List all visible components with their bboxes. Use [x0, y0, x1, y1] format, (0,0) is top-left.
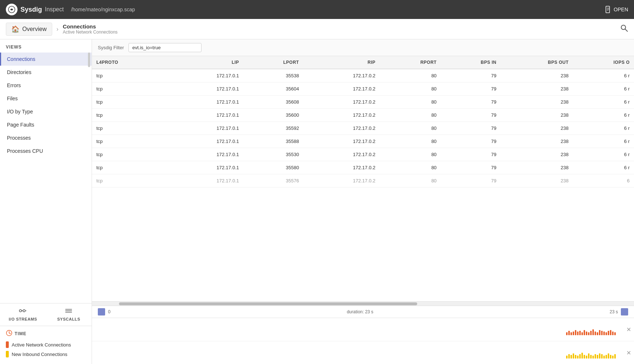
- cell-lport: 35600: [243, 109, 303, 122]
- cell-iops: 6 r: [573, 82, 634, 96]
- io-streams-button[interactable]: I/O STREAMS: [0, 303, 46, 326]
- table-row[interactable]: tcp 172.17.0.1 35592 172.17.0.2 80 79 23…: [92, 122, 634, 135]
- cell-rport: 80: [380, 148, 441, 161]
- svg-point-7: [19, 310, 22, 312]
- cell-proto: tcp: [92, 82, 167, 96]
- main-layout: VIEWS Connections Directories Errors Fil…: [0, 39, 634, 364]
- timeline-bar: [612, 356, 614, 359]
- time-icon: [6, 330, 12, 338]
- cell-bps-out: 238: [501, 135, 573, 148]
- timeline-bar: [579, 331, 581, 335]
- timeline-bar: [597, 332, 598, 335]
- new-inbound-dot: [6, 351, 9, 357]
- sidebar-time: TIME Active Network Connections New Inbo…: [0, 326, 92, 364]
- timeline-bar: [577, 356, 579, 359]
- timeline-bar: [570, 355, 572, 359]
- cell-rport: 80: [380, 135, 441, 148]
- timeline-bar: [606, 332, 607, 335]
- cell-proto: tcp: [92, 69, 167, 82]
- cell-bps-out: 238: [501, 109, 573, 122]
- col-rip: RIP: [303, 56, 380, 69]
- sidebar-item-processes[interactable]: Processes: [0, 131, 92, 144]
- table-row[interactable]: tcp 172.17.0.1 35580 172.17.0.2 80 79 23…: [92, 161, 634, 174]
- sidebar-bottom: I/O STREAMS SYSCALLS: [0, 303, 92, 326]
- table-row[interactable]: tcp 172.17.0.1 35588 172.17.0.2 80 79 23…: [92, 135, 634, 148]
- filter-label: Sysdig Filter: [98, 45, 124, 50]
- timeline-bar: [601, 354, 603, 359]
- overview-button[interactable]: 🏠 Overview: [6, 23, 52, 36]
- timeline-bar: [603, 356, 605, 359]
- timeline-bar: [568, 331, 570, 335]
- filter-bar: Sysdig Filter: [92, 39, 634, 56]
- time-label: TIME: [15, 331, 27, 336]
- sidebar-item-page-faults[interactable]: Page Faults: [0, 118, 92, 131]
- new-inbound-label: New Inbound Connections: [12, 352, 68, 357]
- file-path: /home/mateo/nginxcap.scap: [71, 7, 135, 12]
- cell-bps-out: 238: [501, 69, 573, 82]
- cell-proto: tcp: [92, 174, 167, 187]
- cell-bps-in: 79: [441, 109, 501, 122]
- timeline-bar: [592, 356, 594, 359]
- timeline-bar: [584, 355, 585, 359]
- cell-rip: 172.17.0.2: [303, 135, 380, 148]
- table-row[interactable]: tcp 172.17.0.1 35538 172.17.0.2 80 79 23…: [92, 69, 634, 82]
- timeline-bar: [610, 355, 611, 359]
- cell-bps-in: 79: [441, 148, 501, 161]
- ruler-handle-left[interactable]: [98, 308, 105, 315]
- timeline-bar: [590, 331, 592, 335]
- close-active-timeline[interactable]: ✕: [626, 326, 631, 333]
- timeline-bar: [584, 330, 585, 335]
- table-row[interactable]: tcp 172.17.0.1 35608 172.17.0.2 80 79 23…: [92, 96, 634, 109]
- cell-lip: 172.17.0.1: [167, 96, 243, 109]
- table-row[interactable]: tcp 172.17.0.1 35530 172.17.0.2 80 79 23…: [92, 148, 634, 161]
- timeline-bar: [610, 330, 611, 335]
- open-button[interactable]: OPEN: [606, 6, 628, 13]
- timeline-bar: [603, 332, 605, 335]
- sidebar-item-directories[interactable]: Directories: [0, 66, 92, 79]
- sidebar-item-io-by-type[interactable]: I/O by Type: [0, 105, 92, 118]
- timeline-bar: [577, 332, 579, 335]
- cell-rip: 172.17.0.2: [303, 96, 380, 109]
- cell-bps-out: 238: [501, 96, 573, 109]
- hscroll-thumb[interactable]: [119, 302, 417, 305]
- cell-rip: 172.17.0.2: [303, 82, 380, 96]
- timeline-bar: [599, 353, 600, 359]
- cell-lport: 35538: [243, 69, 303, 82]
- cell-lip: 172.17.0.1: [167, 69, 243, 82]
- sidebar-item-connections[interactable]: Connections: [0, 53, 92, 66]
- syscalls-button[interactable]: SYSCALLS: [46, 303, 92, 326]
- sidebar-item-files[interactable]: Files: [0, 92, 92, 105]
- sidebar-item-errors[interactable]: Errors: [0, 79, 92, 92]
- breadcrumb-arrow: ›: [57, 26, 58, 32]
- cell-lport: 35580: [243, 161, 303, 174]
- topbar: Sysdig Inspect /home/mateo/nginxcap.scap…: [0, 0, 634, 19]
- syscalls-label: SYSCALLS: [57, 317, 80, 321]
- timeline-bar: [590, 355, 592, 359]
- breadcrumb-sub: Active Network Connections: [63, 30, 118, 35]
- home-icon: 🏠: [11, 25, 19, 33]
- ruler-handle-right[interactable]: [621, 308, 628, 315]
- horizontal-scrollbar[interactable]: [92, 301, 634, 306]
- table-row[interactable]: tcp 172.17.0.1 35576 172.17.0.2 80 79 23…: [92, 174, 634, 187]
- col-l4proto: L4PROTO: [92, 56, 167, 69]
- cell-rip: 172.17.0.2: [303, 122, 380, 135]
- timeline-bar: [614, 354, 616, 359]
- timeline-bar: [595, 354, 596, 359]
- table-row[interactable]: tcp 172.17.0.1 35600 172.17.0.2 80 79 23…: [92, 109, 634, 122]
- close-inbound-timeline[interactable]: ✕: [626, 349, 631, 356]
- cell-proto: tcp: [92, 109, 167, 122]
- timeline-bar: [570, 332, 572, 335]
- table-row[interactable]: tcp 172.17.0.1 35604 172.17.0.2 80 79 23…: [92, 82, 634, 96]
- col-bps-in: BPS IN: [441, 56, 501, 69]
- sidebar-item-processes-cpu[interactable]: Processes CPU: [0, 144, 92, 158]
- timeline-bar: [573, 353, 574, 359]
- cell-proto: tcp: [92, 96, 167, 109]
- timeline-bar: [614, 332, 616, 335]
- timeline-bar: [608, 353, 609, 359]
- timeline-bar: [579, 354, 581, 359]
- filter-input[interactable]: [128, 43, 201, 52]
- timeline-ruler: 0 duration: 23 s 23 s: [92, 306, 634, 318]
- table-header-row: L4PROTO LIP LPORT RIP RPORT BPS IN BPS O…: [92, 56, 634, 69]
- search-button[interactable]: [620, 24, 628, 34]
- cell-bps-out: 238: [501, 82, 573, 96]
